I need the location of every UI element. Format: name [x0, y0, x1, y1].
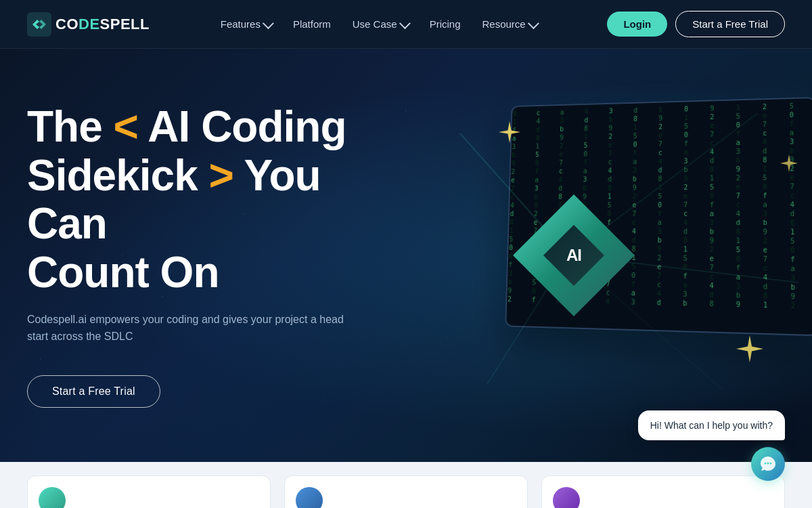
svg-point-6: [765, 463, 767, 465]
svg-rect-0: [27, 12, 51, 37]
nav-platform[interactable]: Platform: [285, 13, 339, 35]
hero-section: The < AI Coding Sidekick > You Can Count…: [0, 49, 812, 462]
chevron-down-icon: [263, 18, 274, 29]
chat-avatar-button[interactable]: [751, 447, 785, 481]
logo[interactable]: CODESPELL: [27, 12, 150, 37]
svg-point-8: [770, 463, 772, 465]
headline-line1: The < AI Coding: [27, 102, 346, 151]
sparkle-bottom-right-icon: [735, 334, 765, 364]
card-icon-teal: [39, 487, 66, 508]
chevron-down-icon: [528, 18, 539, 29]
headline-accent-gt: >: [209, 151, 233, 200]
hero-visual: 01fa3b92e7c4d81506f3b92 c4d8150fa3b92e7c…: [420, 79, 812, 431]
nav-use-case[interactable]: Use Case: [344, 13, 416, 35]
monitor-stand: [660, 330, 702, 336]
hero-content: The < AI Coding Sidekick > You Can Count…: [0, 62, 386, 448]
sparkle-top-left-icon: [497, 120, 522, 144]
headline-line3: Count On: [27, 248, 219, 297]
headline-line2: Sidekick > You Can: [27, 151, 321, 249]
nav-pricing[interactable]: Pricing: [422, 13, 469, 35]
card-preview-1: [27, 475, 271, 508]
hero-subtitle: Codespell.ai empowers your coding and gi…: [27, 311, 352, 345]
hero-trial-button[interactable]: Start a Free Trial: [27, 375, 160, 408]
card-preview-2: [284, 475, 528, 508]
chat-widget: Hi! What can I help you with?: [638, 410, 785, 481]
diamond-ai-text: AI: [566, 246, 581, 265]
headline-accent-lt: <: [114, 102, 138, 151]
ai-diamond-logo: AI: [513, 194, 635, 316]
nav-links: Features Platform Use Case Pricing Resou…: [212, 13, 545, 35]
hero-headline: The < AI Coding Sidekick > You Can Count…: [27, 103, 359, 297]
navbar: CODESPELL Features Platform Use Case Pri…: [0, 0, 812, 49]
login-button[interactable]: Login: [607, 12, 667, 37]
card-icon-blue: [296, 487, 323, 508]
chevron-down-icon: [399, 18, 411, 29]
card-icon-purple: [553, 487, 580, 508]
nav-resource[interactable]: Resource: [474, 13, 545, 35]
nav-features[interactable]: Features: [212, 13, 279, 35]
chat-bubble: Hi! What can I help you with?: [638, 410, 785, 440]
sparkle-right-icon: [780, 154, 798, 173]
nav-actions: Login Start a Free Trial: [607, 11, 785, 37]
svg-point-7: [767, 463, 769, 465]
nav-trial-button[interactable]: Start a Free Trial: [675, 11, 785, 37]
